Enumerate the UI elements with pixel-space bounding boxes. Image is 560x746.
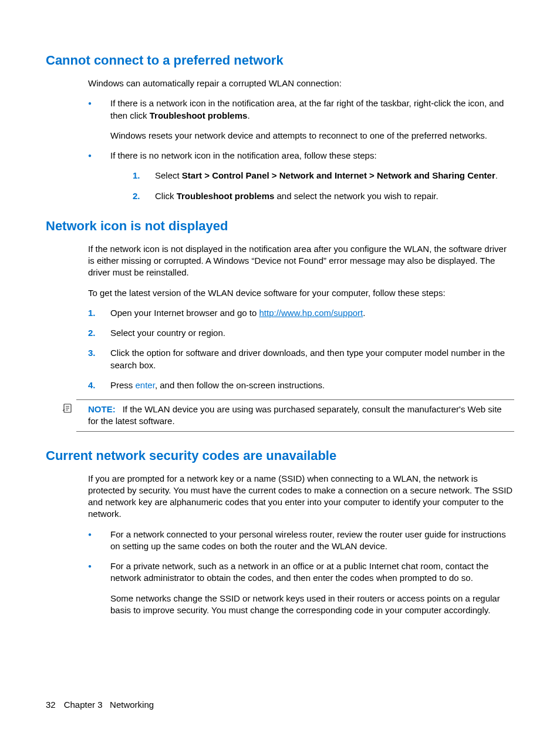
text-fragment: Click [155,191,177,201]
sub-paragraph: Some networks change the SSID or network… [110,593,514,617]
list-item: Select Start > Control Panel > Network a… [133,170,514,182]
keycap-enter: enter [136,380,155,390]
support-link[interactable]: http://www.hp.com/support [259,308,363,318]
list-item: For a network connected to your personal… [88,529,514,553]
text-fragment: For a private network, such as a network… [110,561,488,583]
list-item: Click Troubleshoot problems and select t… [133,190,514,202]
text-fragment: . [247,110,249,120]
section2-p2: To get the latest version of the WLAN de… [88,287,514,299]
heading-security-codes: Current network security codes are unava… [46,448,514,463]
list-item: If there is no network icon in the notif… [88,150,514,202]
note-content: NOTE:If the WLAN device you are using wa… [76,404,514,428]
section1-intro: Windows can automatically repair a corru… [88,78,514,89]
list-item: Press enter, and then follow the on-scre… [88,379,514,391]
text-fragment: Select [155,170,182,180]
heading-network-icon: Network icon is not displayed [46,219,514,234]
text-fragment: If there is no network icon in the notif… [110,150,377,160]
chapter-label: Chapter 3 Networking [64,700,154,710]
bold-text: Troubleshoot problems [150,110,248,120]
text-fragment: . [363,308,365,318]
text-fragment: . [495,170,498,180]
heading-cannot-connect: Cannot connect to a preferred network [46,53,514,68]
note-text: If the WLAN device you are using was pur… [88,404,502,426]
note-label: NOTE: [88,404,116,414]
note-box: NOTE:If the WLAN device you are using wa… [76,399,514,432]
nested-ordered-list: Select Start > Control Panel > Network a… [133,170,514,202]
bold-text: Start > Control Panel > Network and Inte… [182,170,495,180]
document-page: Cannot connect to a preferred network Wi… [0,0,560,616]
page-number: 32 [46,700,56,710]
section1-bullet-list: If there is a network icon in the notifi… [88,98,514,202]
section2-p1: If the network icon is not displayed in … [88,243,514,279]
list-item: Select your country or region. [88,327,514,339]
page-footer: 32Chapter 3 Networking [46,700,154,710]
section2-ordered-list: Open your Internet browser and go to htt… [88,307,514,391]
text-fragment: Open your Internet browser and go to [110,308,259,318]
list-item: If there is a network icon in the notifi… [88,98,514,142]
list-item: Click the option for software and driver… [88,347,514,371]
section3-bullet-list: For a network connected to your personal… [88,529,514,617]
section3-p1: If you are prompted for a network key or… [88,473,514,520]
note-icon [62,404,73,413]
sub-paragraph: Windows resets your network device and a… [110,130,514,142]
bold-text: Troubleshoot problems [177,191,275,201]
text-fragment: , and then follow the on-screen instruct… [155,380,325,390]
text-fragment: and select the network you wish to repai… [274,191,438,201]
list-item: For a private network, such as a network… [88,560,514,616]
list-item: Open your Internet browser and go to htt… [88,307,514,319]
text-fragment: Press [110,380,136,390]
